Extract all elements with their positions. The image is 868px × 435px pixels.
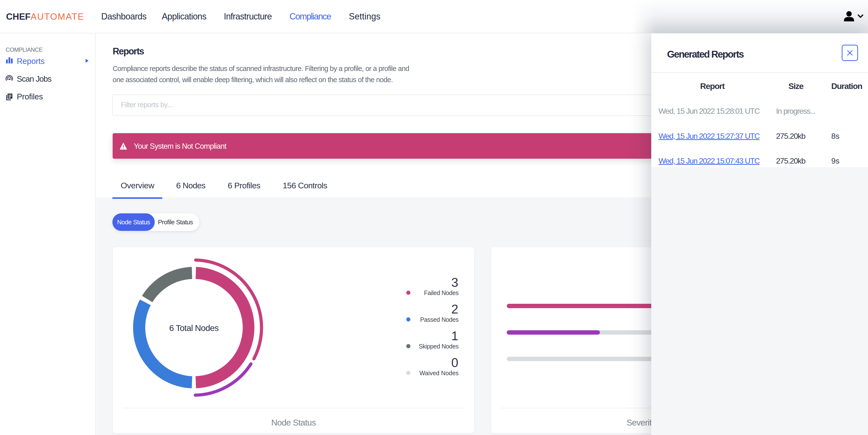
svg-text:6 Total Nodes: 6 Total Nodes bbox=[169, 323, 219, 333]
